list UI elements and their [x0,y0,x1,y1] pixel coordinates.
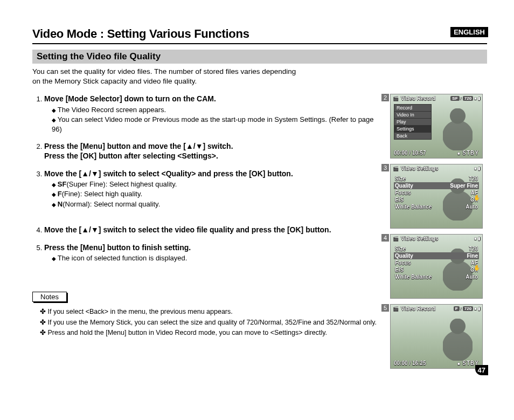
t: Press the [Menu] button and move the [ [44,142,186,150]
k: Size [395,176,406,182]
updown-icon: ▲/▼ [81,225,99,234]
step-sub: SF(Super Fine): Select highest quality. [52,180,381,189]
subject-silhouette [443,108,473,150]
intro-line-2: on the Memory Stick capacity and video f… [32,77,197,85]
step-sub: F(Fine): Select high quality. [52,189,381,199]
step-head: Move the [▲/▼] switch to select the vide… [44,225,381,235]
thumb-5: 5 Video Record F/ 720 ■ 00: [390,304,487,369]
step-head: Move the [▲/▼] switch to select <Quality… [44,169,381,178]
updown-icon: ▲/▼ [81,169,99,178]
t: Press the [OK] button after selecting <S… [44,152,218,160]
k: White Balance [395,274,432,280]
steps-list: Move [Mode Selector] down to turn on the… [32,94,381,263]
k: Quality [395,183,413,189]
thumb-number: 5 [381,304,389,312]
battery-icon [478,236,480,241]
battery-icon [478,166,480,171]
step-1: Move [Mode Selector] down to turn on the… [44,94,381,134]
stop-icon: ■ [474,306,477,311]
t: (Super Fine): Select highest quality. [66,180,177,188]
settings-list: Size720 QualityFine FocusAF EISOn White … [394,245,479,280]
stop-icon: ■ [474,166,477,171]
title-rule [32,43,487,44]
thumb-title: Video Record [401,306,435,312]
step-sub: You can select Video mode or Previous mo… [52,115,381,134]
updown-icon: ▲/▼ [186,142,203,150]
camera-icon [393,306,399,312]
v: Auto [466,204,478,210]
v: 720 [469,246,478,252]
page-title: Video Mode : Setting Various Functions [32,27,487,41]
thumb-number: 2 [381,94,389,101]
k: Quality [395,253,413,259]
notes-list: If you select <Back> in the menu, the pr… [32,307,381,338]
t: Move the [ [44,169,81,178]
step-3: Move the [▲/▼] switch to select <Quality… [44,169,381,209]
lock-icon: ✋ [474,195,480,201]
b: F [58,190,62,198]
k: EIS [395,267,404,273]
t: Move the [ [44,225,81,234]
step-5: Press the [Menu] button to finish settin… [44,243,381,263]
quality-pill: SF [450,96,459,101]
step-4: Move the [▲/▼] switch to select the vide… [44,225,381,235]
status-stby: STBY [457,150,479,156]
camera-icon [393,236,399,242]
thumb-title: Video Settings [401,166,438,171]
steps-column: Move [Mode Selector] down to turn on the… [32,94,381,374]
note-item: If you use the Memory Stick, you can sel… [40,318,381,328]
thumb-number: 4 [381,234,389,242]
t: ] switch to select <Quality> and press t… [99,169,293,178]
step-sub: The icon of selected function is display… [52,253,381,263]
thumb-2: 2 Video Record SF/ 720 ■ Re [390,94,487,159]
battery-icon [478,96,480,101]
stop-icon: ■ [474,236,477,241]
step-head: Move [Mode Selector] down to turn on the… [44,94,381,104]
v: Auto [466,274,478,280]
k: EIS [395,197,404,203]
section-subtitle: Setting the Video file Quality [32,50,487,64]
v: 720 [469,176,478,182]
v: Super Fine [450,183,478,189]
menu-item: Video In [394,111,432,119]
time-counter: 00:00 / 10:57 [394,150,426,156]
battery-icon [478,306,480,311]
k: Size [395,246,406,252]
size-pill: 720 [463,306,473,311]
step-2: Press the [Menu] button and move the [▲/… [44,141,381,161]
b: SF [58,180,67,188]
t: (Normal): Select normal quality. [62,200,160,208]
time-counter: 00:00 / 16:25 [394,360,426,366]
stop-icon: ■ [474,96,477,101]
step-sub: N(Normal): Select normal quality. [52,199,381,209]
menu-list: Record Video In Play Settings Back [394,104,432,139]
menu-item: Back [394,132,432,140]
k: Focus [395,260,411,266]
intro-text: You can set the quality for video files.… [32,67,487,86]
step-sub: The Video Record screen appears. [52,105,381,115]
menu-item-selected: Settings [394,125,432,133]
k: White Balance [395,204,432,210]
t: ] switch to select the video file qualit… [99,225,331,234]
thumb-4: 4 Video Settings ■ Size720 QualityFine F… [390,234,487,299]
step-head: Press the [Menu] button to finish settin… [44,243,381,252]
v: Fine [467,253,478,259]
t: ] switch. [203,142,233,150]
notes-heading: Notes [32,292,67,302]
quality-pill: F [454,306,460,311]
intro-line-1: You can set the quality for video files.… [32,67,296,75]
camera-icon [393,95,399,101]
step-head: Press the [Menu] button and move the [▲/… [44,141,381,161]
note-item: Press and hold the [Menu] button in Vide… [40,328,381,338]
settings-list: Size720 QualitySuper Fine FocusAF EISOn … [394,175,479,210]
note-item: If you select <Back> in the menu, the pr… [40,307,381,317]
subject-silhouette [443,319,473,361]
thumb-3: 3 Video Settings ■ Size720 QualitySuper … [390,164,487,229]
screenshots-column: 2 Video Record SF/ 720 ■ Re [390,94,487,374]
menu-item: Record [394,104,432,112]
language-tag: ENGLISH [450,27,488,37]
thumb-title: Video Record [401,95,435,101]
t: (Fine): Select high quality. [62,190,142,198]
thumb-number: 3 [381,164,389,171]
menu-item: Play [394,118,432,126]
